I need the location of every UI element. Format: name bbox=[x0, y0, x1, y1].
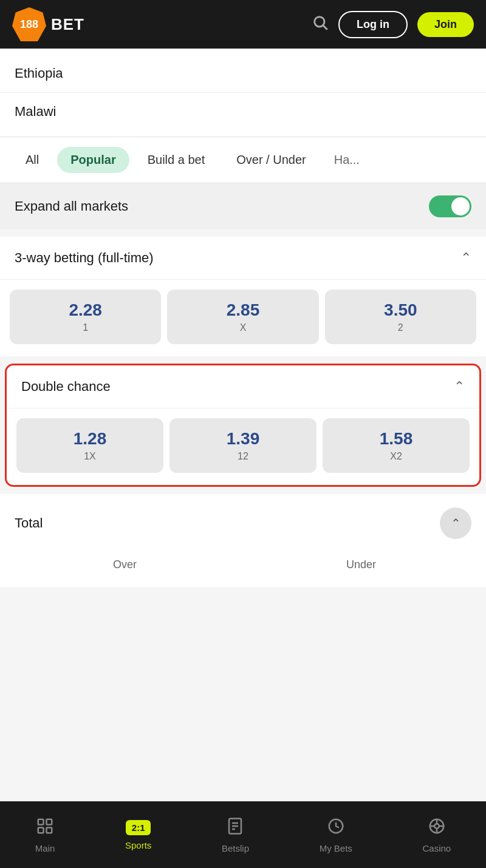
location-malawi[interactable]: Malawi bbox=[0, 93, 486, 131]
logo-text: BET bbox=[51, 15, 84, 34]
odds-value-x2: 1.58 bbox=[380, 429, 413, 449]
three-way-title: 3-way betting (full-time) bbox=[15, 250, 154, 266]
three-way-header: 3-way betting (full-time) ⌃ bbox=[0, 237, 486, 280]
tab-build-a-bet[interactable]: Build a bet bbox=[134, 147, 219, 173]
three-way-chevron[interactable]: ⌃ bbox=[460, 250, 471, 266]
tab-more: Ha... bbox=[324, 147, 369, 173]
nav-casino[interactable]: Casino bbox=[412, 811, 460, 860]
my-bets-icon bbox=[327, 817, 345, 839]
logo-icon: 188 bbox=[12, 7, 46, 41]
location-ethiopia[interactable]: Ethiopia bbox=[0, 55, 486, 93]
bottom-nav: Main 2:1 Sports Betslip My Bets bbox=[0, 801, 486, 868]
search-button[interactable] bbox=[312, 14, 329, 35]
three-way-odds: 2.28 1 2.85 X 3.50 2 bbox=[0, 280, 486, 356]
odds-label-2: 2 bbox=[398, 322, 403, 333]
svg-point-0 bbox=[315, 16, 324, 26]
odds-value-x: 2.85 bbox=[227, 300, 260, 320]
odds-label-12: 12 bbox=[238, 451, 248, 462]
login-button[interactable]: Log in bbox=[338, 11, 408, 38]
tab-all[interactable]: All bbox=[12, 147, 52, 173]
svg-rect-5 bbox=[47, 827, 52, 833]
main-icon bbox=[36, 817, 54, 839]
main-label: Main bbox=[35, 843, 55, 853]
double-chance-section: Double chance ⌃ 1.28 1X 1.39 12 1.58 X2 bbox=[5, 364, 481, 487]
tab-popular[interactable]: Popular bbox=[57, 147, 129, 173]
casino-icon bbox=[428, 817, 446, 839]
expand-markets-row: Expand all markets bbox=[0, 183, 486, 229]
odds-btn-x2[interactable]: 1.58 X2 bbox=[323, 418, 470, 473]
sports-badge: 2:1 bbox=[126, 820, 151, 835]
double-chance-header: Double chance ⌃ bbox=[7, 365, 479, 409]
odds-btn-2[interactable]: 3.50 2 bbox=[325, 290, 476, 344]
betslip-label: Betslip bbox=[222, 843, 249, 853]
double-chance-odds: 1.28 1X 1.39 12 1.58 X2 bbox=[7, 409, 479, 485]
odds-btn-12[interactable]: 1.39 12 bbox=[169, 418, 317, 473]
odds-btn-1x[interactable]: 1.28 1X bbox=[16, 418, 163, 473]
nav-main[interactable]: Main bbox=[26, 811, 65, 860]
under-label: Under bbox=[246, 552, 476, 575]
svg-point-12 bbox=[434, 824, 439, 829]
over-label: Over bbox=[10, 552, 240, 575]
svg-rect-3 bbox=[47, 819, 52, 824]
odds-label-x: X bbox=[240, 322, 247, 333]
nav-sports[interactable]: 2:1 Sports bbox=[115, 814, 161, 856]
odds-value-12: 1.39 bbox=[227, 429, 260, 449]
my-bets-label: My Bets bbox=[320, 843, 352, 853]
total-chevron-circle[interactable]: ⌃ bbox=[440, 507, 471, 539]
join-button[interactable]: Join bbox=[417, 12, 474, 37]
nav-my-bets[interactable]: My Bets bbox=[310, 811, 362, 860]
odds-label-x2: X2 bbox=[390, 451, 402, 462]
header-actions: Log in Join bbox=[312, 11, 474, 38]
odds-value-1: 2.28 bbox=[69, 300, 102, 320]
double-chance-title: Double chance bbox=[21, 379, 111, 395]
odds-btn-1[interactable]: 2.28 1 bbox=[10, 290, 161, 344]
tabs-container: All Popular Build a bet Over / Under Ha.… bbox=[0, 137, 486, 183]
double-chance-chevron[interactable]: ⌃ bbox=[454, 379, 465, 395]
odds-btn-x[interactable]: 2.85 X bbox=[167, 290, 318, 344]
logo: 188 BET bbox=[12, 7, 84, 41]
total-section: Total ⌃ Over Under bbox=[0, 494, 486, 587]
svg-rect-2 bbox=[38, 819, 44, 824]
casino-label: Casino bbox=[422, 843, 451, 853]
expand-markets-toggle[interactable] bbox=[429, 195, 471, 217]
betslip-icon bbox=[226, 817, 244, 839]
over-under-row: Over Under bbox=[0, 552, 486, 587]
header: 188 BET Log in Join bbox=[0, 0, 486, 49]
nav-betslip[interactable]: Betslip bbox=[212, 811, 259, 860]
tab-over-under[interactable]: Over / Under bbox=[223, 147, 319, 173]
total-header: Total ⌃ bbox=[0, 494, 486, 552]
odds-label-1: 1 bbox=[83, 322, 88, 333]
total-title: Total bbox=[15, 515, 43, 531]
odds-value-1x: 1.28 bbox=[74, 429, 107, 449]
three-way-section: 3-way betting (full-time) ⌃ 2.28 1 2.85 … bbox=[0, 237, 486, 356]
svg-line-1 bbox=[323, 25, 327, 29]
sports-label: Sports bbox=[125, 840, 151, 850]
expand-markets-label: Expand all markets bbox=[15, 198, 128, 214]
odds-label-1x: 1X bbox=[84, 451, 96, 462]
odds-value-2: 3.50 bbox=[384, 300, 417, 320]
svg-rect-4 bbox=[38, 827, 44, 833]
location-list: Ethiopia Malawi bbox=[0, 49, 486, 137]
